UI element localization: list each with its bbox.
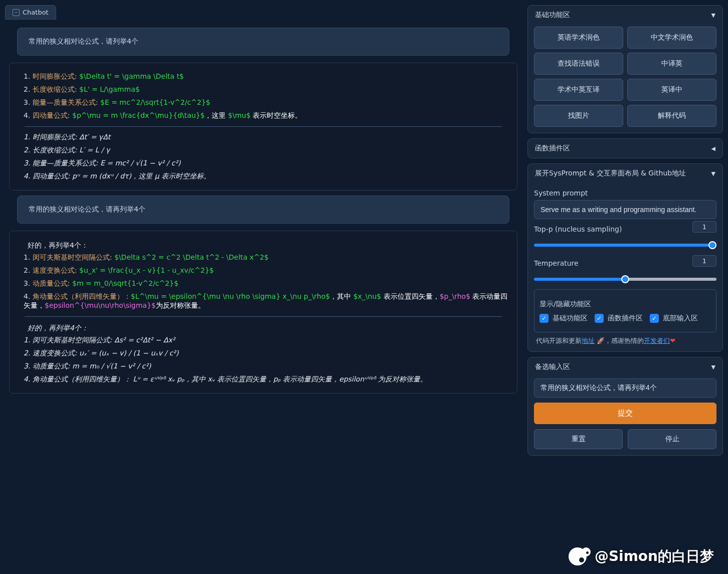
- visibility-group: 显示/隐藏功能区 ✓基础功能区✓函数插件区✓底部输入区: [534, 289, 716, 332]
- panel-title: 基础功能区: [535, 11, 570, 20]
- developers-link[interactable]: 开发者们: [644, 337, 670, 344]
- function-button[interactable]: 中译英: [627, 53, 716, 75]
- submit-button[interactable]: 提交: [534, 403, 716, 424]
- formula-item: 时间膨胀公式: $\Delta t' = \gamma \Delta t$: [24, 70, 512, 83]
- formula-rendered: 速度变换公式: uₓ′ = (uₓ − v) / (1 − uₓv / c²): [24, 347, 512, 360]
- formula-rendered: 长度收缩公式: L′ = L / γ: [24, 144, 512, 157]
- visibility-option[interactable]: ✓底部输入区: [650, 314, 698, 323]
- formula-rendered: 闵可夫斯基时空间隔公式: Δs² = c²Δt² − Δx²: [24, 334, 512, 347]
- temp-value[interactable]: 1: [692, 255, 716, 267]
- function-button[interactable]: 英语学术润色: [534, 27, 623, 49]
- panel-header-basic[interactable]: 基础功能区 ▼: [528, 6, 722, 25]
- footer-line: 代码开源和更新地址 🚀，感谢热情的开发者们❤: [534, 332, 716, 345]
- footer-text: ，感谢热情的: [605, 337, 644, 344]
- formula-item: 长度收缩公式: $L' = L/\gamma$: [24, 83, 512, 96]
- formula-rendered: 时间膨胀公式: Δt′ = γΔt: [24, 131, 512, 144]
- bot-text: 好的，再列举4个：: [15, 238, 512, 251]
- formula-rendered: 四动量公式: pᵘ = m (dxᵘ / dτ)，这里 μ 表示时空坐标。: [24, 170, 512, 183]
- checkbox-label: 基础功能区: [553, 314, 588, 323]
- formula-rendered: 角动量公式（利用四维矢量）： Lᵘ = εᵘⱽᵖᵟ xᵥ pₚ，其中 xᵥ 表示…: [24, 373, 512, 386]
- chevron-down-icon: ▼: [711, 12, 715, 19]
- vis-title: 显示/隐藏功能区: [539, 300, 711, 309]
- panel-header-alt[interactable]: 备选输入区 ▼: [528, 357, 722, 376]
- topp-slider[interactable]: [534, 244, 716, 247]
- function-button[interactable]: 解释代码: [627, 105, 716, 127]
- chat-icon: [13, 9, 20, 16]
- formula-rendered: 动质量公式: m = m₀ / √(1 − v² / c²): [24, 360, 512, 373]
- chevron-down-icon: ▼: [711, 364, 715, 370]
- chat-scroll[interactable]: 常用的狭义相对论公式，请列举4个 时间膨胀公式: $\Delta t' = \g…: [5, 20, 521, 569]
- tab-label: Chatbot: [23, 9, 49, 16]
- panel-title: 函数插件区: [535, 144, 570, 153]
- panel-plugins: 函数插件区 ◀: [527, 138, 723, 158]
- repo-link[interactable]: 地址: [582, 337, 595, 344]
- checkbox-icon: ✓: [650, 314, 659, 323]
- formula-rendered: 能量—质量关系公式: E = mc² / √(1 − v² / c²): [24, 157, 512, 170]
- checkbox-icon: ✓: [595, 314, 604, 323]
- visibility-option[interactable]: ✓函数插件区: [595, 314, 643, 323]
- checkbox-label: 底部输入区: [663, 314, 698, 323]
- panel-title: 展开SysPrompt & 交互界面布局 & Github地址: [535, 169, 686, 178]
- user-message: 常用的狭义相对论公式，请再列举4个: [17, 196, 509, 224]
- reset-button[interactable]: 重置: [534, 429, 623, 449]
- temp-slider[interactable]: [534, 278, 716, 281]
- sysprompt-label: System prompt: [534, 189, 716, 197]
- topp-value[interactable]: 1: [692, 221, 716, 233]
- panel-header-sys[interactable]: 展开SysPrompt & 交互界面布局 & Github地址 ▼: [528, 164, 722, 183]
- temp-label: Temperature: [534, 259, 579, 267]
- panel-altinput: 备选输入区 ▼ 提交 重置 停止: [527, 357, 723, 456]
- user-message: 常用的狭义相对论公式，请列举4个: [17, 28, 509, 56]
- checkbox-label: 函数插件区: [608, 314, 643, 323]
- chevron-down-icon: ▼: [711, 170, 715, 177]
- formula-item: 四动量公式: $p^\mu = m \frac{dx^\mu}{d\tau}$，…: [24, 109, 512, 122]
- formula-item: 闵可夫斯基时空间隔公式: $\Delta s^2 = c^2 \Delta t^…: [24, 251, 512, 264]
- alt-input[interactable]: [534, 378, 716, 398]
- heart-icon: ❤: [670, 337, 675, 344]
- function-button[interactable]: 查找语法错误: [534, 53, 623, 75]
- panel-title: 备选输入区: [535, 362, 570, 371]
- function-button[interactable]: 找图片: [534, 105, 623, 127]
- bot-message: 好的，再列举4个： 闵可夫斯基时空间隔公式: $\Delta s^2 = c^2…: [9, 231, 517, 394]
- formula-item: 角动量公式（利用四维矢量）：$L^\mu = \epsilon^{\mu \nu…: [24, 290, 512, 312]
- function-button[interactable]: 英译中: [627, 79, 716, 101]
- function-button[interactable]: 中文学术润色: [627, 27, 716, 49]
- tab-chatbot[interactable]: Chatbot: [5, 5, 56, 20]
- sysprompt-input[interactable]: [534, 200, 716, 219]
- topp-label: Top-p (nucleus sampling): [534, 225, 622, 233]
- function-button[interactable]: 学术中英互译: [534, 79, 623, 101]
- bot-text: 好的，再列举4个：: [15, 321, 512, 334]
- visibility-option[interactable]: ✓基础功能区: [539, 314, 588, 323]
- footer-text: 代码开源和更新: [536, 337, 582, 344]
- checkbox-icon: ✓: [539, 314, 549, 323]
- formula-item: 速度变换公式: $u_x' = \frac{u_x - v}{1 - u_xv/…: [24, 264, 512, 277]
- bot-message: 时间膨胀公式: $\Delta t' = \gamma \Delta t$长度收…: [9, 63, 517, 190]
- stop-button[interactable]: 停止: [628, 429, 716, 449]
- chevron-left-icon: ◀: [711, 145, 715, 152]
- panel-basic: 基础功能区 ▼ 英语学术润色中文学术润色查找语法错误中译英学术中英互译英译中找图…: [527, 5, 723, 133]
- panel-header-plugins[interactable]: 函数插件区 ◀: [528, 139, 722, 158]
- panel-sysprompt: 展开SysPrompt & 交互界面布局 & Github地址 ▼ System…: [527, 163, 723, 352]
- rocket-icon: 🚀: [597, 337, 605, 344]
- formula-item: 能量—质量关系公式: $E = mc^2/\sqrt{1-v^2/c^2}$: [24, 96, 512, 109]
- formula-item: 动质量公式: $m = m_0/\sqrt{1-v^2/c^2}$: [24, 277, 512, 290]
